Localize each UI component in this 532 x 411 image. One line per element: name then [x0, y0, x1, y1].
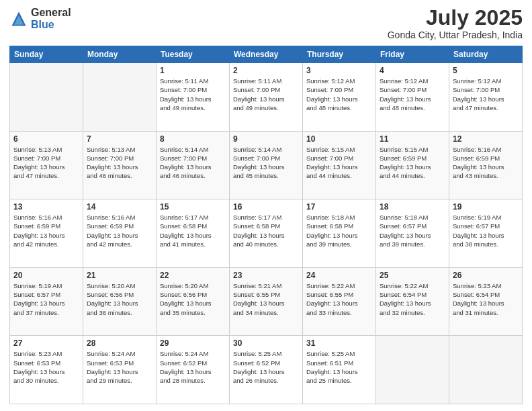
table-row: 29Sunrise: 5:24 AM Sunset: 6:52 PM Dayli…: [157, 336, 230, 404]
day-number: 30: [233, 338, 299, 348]
day-number: 15: [160, 202, 226, 212]
calendar-table: Sunday Monday Tuesday Wednesday Thursday…: [9, 46, 523, 404]
table-row: 2Sunrise: 5:11 AM Sunset: 7:00 PM Daylig…: [230, 63, 303, 132]
table-row: 15Sunrise: 5:17 AM Sunset: 6:58 PM Dayli…: [157, 199, 230, 268]
day-number: 4: [380, 66, 445, 75]
day-number: 9: [233, 134, 299, 144]
table-row: [449, 336, 523, 404]
table-row: 17Sunrise: 5:18 AM Sunset: 6:58 PM Dayli…: [303, 199, 376, 268]
day-number: 17: [306, 202, 372, 212]
table-row: 7Sunrise: 5:13 AM Sunset: 7:00 PM Daylig…: [83, 131, 157, 199]
logo-text: General Blue: [31, 7, 71, 30]
day-number: 14: [87, 202, 152, 212]
day-info: Sunrise: 5:18 AM Sunset: 6:58 PM Dayligh…: [306, 213, 372, 248]
day-number: 21: [87, 271, 152, 280]
table-row: 21Sunrise: 5:20 AM Sunset: 6:56 PM Dayli…: [83, 267, 157, 336]
day-info: Sunrise: 5:15 AM Sunset: 6:59 PM Dayligh…: [380, 145, 445, 181]
day-number: 5: [453, 66, 519, 75]
day-info: Sunrise: 5:24 AM Sunset: 6:53 PM Dayligh…: [87, 349, 152, 385]
table-row: [376, 336, 449, 404]
day-number: 13: [13, 202, 79, 212]
day-info: Sunrise: 5:23 AM Sunset: 6:54 PM Dayligh…: [453, 281, 519, 317]
calendar-week-row: 13Sunrise: 5:16 AM Sunset: 6:59 PM Dayli…: [10, 199, 523, 268]
day-number: 18: [380, 202, 445, 212]
day-number: 23: [233, 271, 299, 280]
day-info: Sunrise: 5:16 AM Sunset: 6:59 PM Dayligh…: [87, 213, 152, 248]
table-row: 27Sunrise: 5:23 AM Sunset: 6:53 PM Dayli…: [10, 336, 83, 404]
calendar-header-row: Sunday Monday Tuesday Wednesday Thursday…: [10, 46, 523, 63]
day-info: Sunrise: 5:17 AM Sunset: 6:58 PM Dayligh…: [160, 213, 226, 248]
day-info: Sunrise: 5:14 AM Sunset: 7:00 PM Dayligh…: [160, 145, 226, 181]
table-row: 24Sunrise: 5:22 AM Sunset: 6:55 PM Dayli…: [303, 267, 376, 336]
table-row: 30Sunrise: 5:25 AM Sunset: 6:52 PM Dayli…: [230, 336, 303, 404]
day-number: 29: [160, 338, 226, 348]
table-row: 20Sunrise: 5:19 AM Sunset: 6:57 PM Dayli…: [10, 267, 83, 336]
header: General Blue July 2025 Gonda City, Uttar…: [9, 7, 523, 40]
day-info: Sunrise: 5:19 AM Sunset: 6:57 PM Dayligh…: [13, 281, 79, 317]
calendar-page: General Blue July 2025 Gonda City, Uttar…: [0, 0, 532, 411]
table-row: 11Sunrise: 5:15 AM Sunset: 6:59 PM Dayli…: [376, 131, 449, 199]
col-thursday: Thursday: [303, 46, 376, 63]
day-info: Sunrise: 5:11 AM Sunset: 7:00 PM Dayligh…: [160, 77, 226, 112]
table-row: 9Sunrise: 5:14 AM Sunset: 7:00 PM Daylig…: [230, 131, 303, 199]
day-number: 24: [306, 271, 372, 280]
month-year: July 2025: [388, 7, 523, 28]
table-row: 19Sunrise: 5:19 AM Sunset: 6:57 PM Dayli…: [449, 199, 523, 268]
table-row: 14Sunrise: 5:16 AM Sunset: 6:59 PM Dayli…: [83, 199, 157, 268]
day-number: 27: [13, 338, 79, 348]
table-row: 5Sunrise: 5:12 AM Sunset: 7:00 PM Daylig…: [449, 63, 523, 132]
table-row: 22Sunrise: 5:20 AM Sunset: 6:56 PM Dayli…: [157, 267, 230, 336]
table-row: 18Sunrise: 5:18 AM Sunset: 6:57 PM Dayli…: [376, 199, 449, 268]
col-monday: Monday: [83, 46, 157, 63]
day-number: 2: [233, 66, 299, 75]
logo-general: General: [31, 7, 71, 18]
day-number: 8: [160, 134, 226, 144]
day-number: 16: [233, 202, 299, 212]
day-info: Sunrise: 5:12 AM Sunset: 7:00 PM Dayligh…: [453, 77, 519, 112]
day-number: 22: [160, 271, 226, 280]
day-number: 11: [380, 134, 445, 144]
day-info: Sunrise: 5:23 AM Sunset: 6:53 PM Dayligh…: [13, 349, 79, 385]
day-info: Sunrise: 5:14 AM Sunset: 7:00 PM Dayligh…: [233, 145, 299, 181]
day-number: 26: [453, 271, 519, 280]
calendar-week-row: 1Sunrise: 5:11 AM Sunset: 7:00 PM Daylig…: [10, 63, 523, 132]
day-number: 12: [453, 134, 519, 144]
location: Gonda City, Uttar Pradesh, India: [388, 30, 523, 40]
table-row: 16Sunrise: 5:17 AM Sunset: 6:58 PM Dayli…: [230, 199, 303, 268]
day-number: 7: [87, 134, 152, 144]
day-info: Sunrise: 5:21 AM Sunset: 6:55 PM Dayligh…: [233, 281, 299, 317]
col-tuesday: Tuesday: [157, 46, 230, 63]
day-info: Sunrise: 5:13 AM Sunset: 7:00 PM Dayligh…: [13, 145, 79, 181]
title-block: July 2025 Gonda City, Uttar Pradesh, Ind…: [388, 7, 523, 40]
day-info: Sunrise: 5:18 AM Sunset: 6:57 PM Dayligh…: [380, 213, 445, 248]
logo: General Blue: [9, 7, 71, 30]
table-row: 8Sunrise: 5:14 AM Sunset: 7:00 PM Daylig…: [157, 131, 230, 199]
logo-blue: Blue: [31, 19, 54, 30]
day-number: 25: [380, 271, 445, 280]
day-number: 3: [306, 66, 372, 75]
calendar-week-row: 27Sunrise: 5:23 AM Sunset: 6:53 PM Dayli…: [10, 336, 523, 404]
day-info: Sunrise: 5:22 AM Sunset: 6:55 PM Dayligh…: [306, 281, 372, 317]
table-row: 12Sunrise: 5:16 AM Sunset: 6:59 PM Dayli…: [449, 131, 523, 199]
day-info: Sunrise: 5:17 AM Sunset: 6:58 PM Dayligh…: [233, 213, 299, 248]
calendar-week-row: 6Sunrise: 5:13 AM Sunset: 7:00 PM Daylig…: [10, 131, 523, 199]
logo-icon: [9, 9, 28, 28]
table-row: [10, 63, 83, 132]
day-number: 19: [453, 202, 519, 212]
day-info: Sunrise: 5:16 AM Sunset: 6:59 PM Dayligh…: [13, 213, 79, 248]
day-info: Sunrise: 5:19 AM Sunset: 6:57 PM Dayligh…: [453, 213, 519, 248]
day-number: 20: [13, 271, 79, 280]
day-info: Sunrise: 5:11 AM Sunset: 7:00 PM Dayligh…: [233, 77, 299, 112]
day-info: Sunrise: 5:12 AM Sunset: 7:00 PM Dayligh…: [306, 77, 372, 112]
col-saturday: Saturday: [449, 46, 523, 63]
day-info: Sunrise: 5:22 AM Sunset: 6:54 PM Dayligh…: [380, 281, 445, 317]
table-row: 10Sunrise: 5:15 AM Sunset: 7:00 PM Dayli…: [303, 131, 376, 199]
day-info: Sunrise: 5:25 AM Sunset: 6:52 PM Dayligh…: [233, 349, 299, 385]
col-wednesday: Wednesday: [230, 46, 303, 63]
table-row: 28Sunrise: 5:24 AM Sunset: 6:53 PM Dayli…: [83, 336, 157, 404]
day-number: 31: [306, 338, 372, 348]
table-row: 26Sunrise: 5:23 AM Sunset: 6:54 PM Dayli…: [449, 267, 523, 336]
day-info: Sunrise: 5:20 AM Sunset: 6:56 PM Dayligh…: [160, 281, 226, 317]
day-info: Sunrise: 5:13 AM Sunset: 7:00 PM Dayligh…: [87, 145, 152, 181]
table-row: 3Sunrise: 5:12 AM Sunset: 7:00 PM Daylig…: [303, 63, 376, 132]
